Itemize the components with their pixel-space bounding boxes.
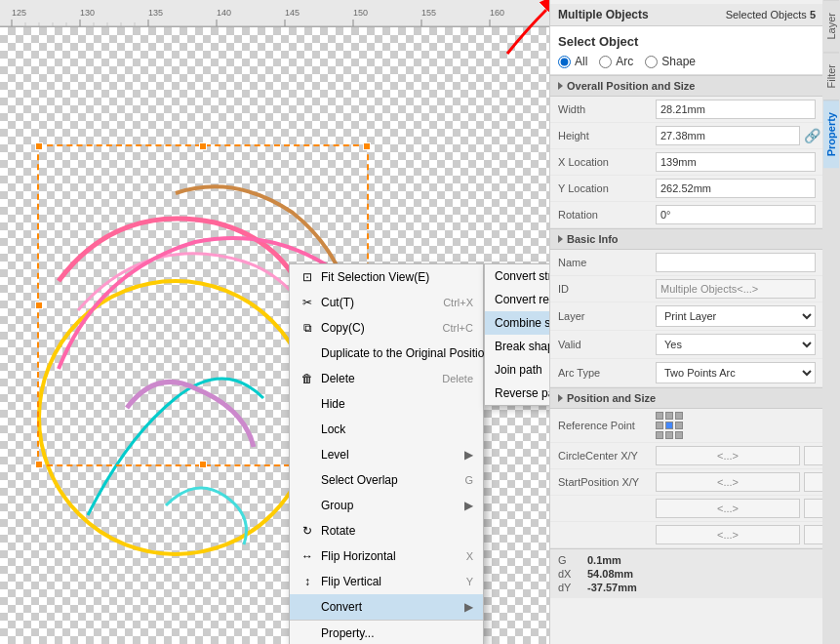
sidebar-layer-tab[interactable]: Layer	[823, 0, 839, 52]
name-input[interactable]	[656, 253, 816, 272]
ref-dot-tc[interactable]	[665, 412, 673, 420]
level-arrow: ▶	[464, 448, 473, 462]
ctx-lock[interactable]: Lock	[290, 417, 483, 442]
ref-dot-tr[interactable]	[675, 412, 683, 420]
section-triangle-2	[558, 235, 563, 243]
radio-arc-input[interactable]	[599, 56, 612, 68]
radio-all-label[interactable]: All	[558, 55, 587, 68]
svg-text:125: 125	[12, 8, 26, 18]
ctx-select-overlap[interactable]: Select Overlap G	[290, 467, 483, 493]
ref-point-grid[interactable]	[656, 412, 683, 439]
ref-dot-br[interactable]	[675, 431, 683, 439]
delete-icon: 🗑	[300, 371, 315, 386]
canvas-area[interactable]: 125 130 135 140 145 150 155 160	[0, 0, 549, 644]
submenu-reverse-path[interactable]: Reverse path	[485, 382, 549, 405]
cut-icon: ✂	[300, 295, 315, 310]
panel-content: Multiple Objects Selected Objects 5 Sele…	[550, 0, 822, 602]
ruler-svg: 125 130 135 140 145 150 155 160	[0, 0, 549, 27]
ref-dot-tl[interactable]	[656, 412, 663, 420]
ref-dot-bc[interactable]	[665, 431, 673, 439]
ref-dot-mr[interactable]	[675, 422, 683, 429]
svg-text:135: 135	[148, 8, 163, 18]
sidebar-filter-tab[interactable]: Filter	[823, 52, 839, 100]
ctx-rotate[interactable]: ↻ Rotate	[290, 518, 483, 543]
extra-y2-input[interactable]	[804, 525, 822, 544]
valid-label: Valid	[558, 339, 656, 350]
rotation-input[interactable]	[656, 205, 816, 224]
circle-center-row: CircleCenter X/Y	[550, 443, 822, 469]
section-triangle-3	[558, 394, 563, 402]
ref-point-label: Reference Point	[558, 420, 656, 431]
ref-dot-bl[interactable]	[656, 431, 663, 439]
radio-shape-input[interactable]	[645, 56, 658, 68]
ctx-hide[interactable]: Hide	[290, 391, 483, 417]
y-location-input[interactable]	[656, 179, 816, 198]
extra-y1-input[interactable]	[804, 499, 822, 518]
submenu-break-shape[interactable]: Break shape apart	[485, 335, 549, 358]
x-location-row: X Location	[550, 149, 822, 176]
id-input	[656, 279, 816, 299]
dx-value: 54.08mm	[587, 568, 633, 580]
sidebar-property-tab[interactable]: Property	[823, 100, 839, 168]
dy-value: -37.57mm	[587, 582, 637, 593]
dx-row: dX 54.08mm	[558, 567, 816, 581]
circle-y-input[interactable]	[804, 446, 822, 465]
overall-position-title: Overall Position and Size	[567, 80, 695, 92]
valid-select[interactable]: Yes	[656, 334, 816, 355]
ctx-flip-h[interactable]: ↔ Flip Horizontal X	[290, 543, 483, 569]
svg-text:155: 155	[421, 8, 436, 18]
start-x-input[interactable]	[656, 472, 800, 492]
lock-proportions-icon[interactable]: 🔗	[804, 128, 820, 143]
basic-info-title: Basic Info	[567, 233, 619, 245]
flip-h-icon: ↔	[300, 548, 315, 564]
ctx-delete[interactable]: 🗑 Delete Delete	[290, 366, 483, 391]
radio-all-input[interactable]	[558, 56, 571, 68]
layer-select[interactable]: Print Layer	[656, 305, 816, 327]
ctx-copy[interactable]: ⧉ Copy(C) Ctrl+C	[290, 315, 483, 341]
arc-type-select[interactable]: Two Points Arc	[656, 362, 816, 383]
submenu-combine-shapes[interactable]: Combine shapes	[485, 311, 549, 335]
submenu-join-path[interactable]: Join path	[485, 358, 549, 382]
ref-dot-ml[interactable]	[656, 422, 663, 429]
ref-dot-mc[interactable]	[665, 422, 673, 429]
circle-center-inputs	[656, 446, 822, 465]
extra-x1-input[interactable]	[656, 499, 800, 518]
context-menu: ⊡ Fit Selection View(E) ✂ Cut(T) Ctrl+X …	[289, 263, 484, 644]
y-location-row: Y Location	[550, 176, 822, 202]
x-location-input[interactable]	[656, 152, 816, 172]
flip-v-icon: ↕	[300, 574, 315, 589]
ctx-cut[interactable]: ✂ Cut(T) Ctrl+X	[290, 290, 483, 315]
svg-text:140: 140	[217, 8, 231, 18]
rotation-label: Rotation	[558, 209, 656, 221]
radio-shape-label[interactable]: Shape	[645, 55, 696, 68]
layer-row: Layer Print Layer	[550, 302, 822, 331]
ctx-fit-selection[interactable]: ⊡ Fit Selection View(E)	[290, 264, 483, 290]
start-y-input[interactable]	[804, 472, 822, 492]
circle-x-input[interactable]	[656, 446, 800, 465]
svg-text:130: 130	[80, 8, 95, 18]
section-triangle-1	[558, 82, 563, 90]
ctx-flip-v[interactable]: ↕ Flip Vertical Y	[290, 569, 483, 594]
ctx-property[interactable]: Property...	[290, 620, 483, 644]
g-row: G 0.1mm	[558, 553, 816, 567]
extra-row-2	[550, 522, 822, 548]
width-label: Width	[558, 103, 656, 115]
ctx-group[interactable]: Group ▶	[290, 493, 483, 518]
lock-icon	[300, 422, 315, 437]
extra-row-1: ⛓	[550, 496, 822, 522]
x-location-label: X Location	[558, 156, 656, 168]
g-label: G	[558, 554, 587, 566]
extra-x2-input[interactable]	[656, 525, 800, 544]
reference-point-row: Reference Point	[550, 409, 822, 443]
submenu-convert-stroke[interactable]: Convert stroke to shape	[485, 264, 549, 288]
width-row: Width	[550, 97, 822, 123]
height-input[interactable]	[656, 126, 800, 145]
width-input[interactable]	[656, 100, 816, 119]
ctx-convert[interactable]: Convert ▶	[290, 594, 483, 620]
ctx-level[interactable]: Level ▶	[290, 442, 483, 467]
ctx-duplicate[interactable]: Duplicate to the Original Position	[290, 341, 483, 366]
radio-arc-label[interactable]: Arc	[599, 55, 633, 68]
submenu-convert-rect[interactable]: Convert rect or ellipse to path	[485, 288, 549, 311]
side-tabs: Layer Filter Property	[822, 0, 840, 644]
dy-row: dY -37.57mm	[558, 581, 816, 594]
